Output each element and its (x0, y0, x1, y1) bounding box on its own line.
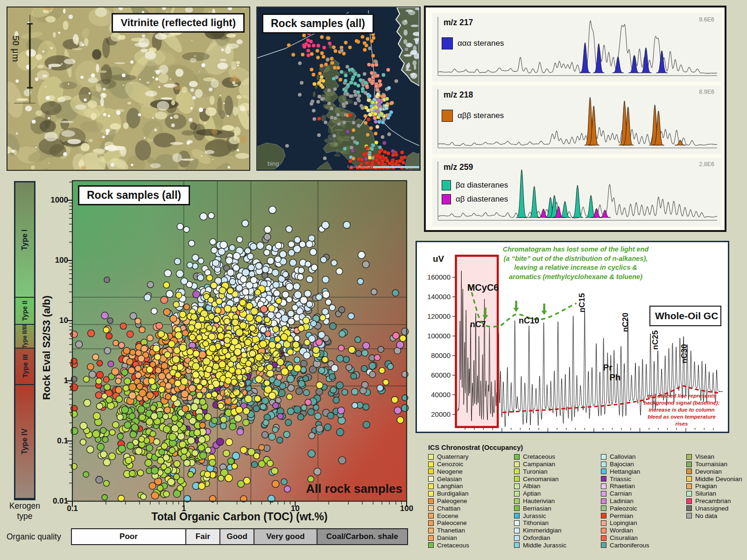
data-point (161, 464, 167, 470)
organic-quality-caption: Organic quality (7, 532, 61, 542)
data-point (189, 334, 196, 341)
map-sample-dot (363, 48, 366, 52)
map-sample-dot (377, 161, 381, 165)
data-point (343, 221, 350, 228)
data-point (277, 413, 283, 420)
legend-label: Albian (523, 483, 541, 490)
data-point (327, 413, 334, 419)
data-point (298, 267, 304, 273)
data-point (272, 480, 279, 487)
legend-item: Carboniferous (601, 542, 649, 549)
data-point (303, 352, 310, 359)
data-point (264, 317, 270, 322)
data-point (127, 358, 133, 365)
map-sample-dot (310, 52, 314, 56)
legend-item: Precambrian (686, 497, 742, 505)
data-point (129, 392, 136, 399)
map-sample-dot (316, 56, 320, 59)
map-sample-dot (377, 98, 381, 102)
data-point (286, 283, 293, 291)
data-point (83, 376, 89, 382)
kerogen-segment: Type II (15, 298, 34, 325)
map-sample-dot (337, 122, 341, 126)
aaa-steranes-label: ααα steranes (458, 39, 504, 48)
data-point (330, 387, 337, 393)
data-point (310, 249, 317, 256)
data-point (294, 364, 301, 372)
mz217-max-intensity: 9.6E6 (699, 16, 714, 23)
data-point (229, 279, 236, 285)
data-point (219, 287, 226, 294)
kerogen-segment: Type III (15, 349, 34, 385)
map-sample-dot (369, 126, 373, 130)
gc-green-note: Chromatogram has lost some of the light … (482, 245, 669, 281)
data-point (198, 436, 205, 443)
legend-label: Kimmeridgian (523, 527, 562, 534)
data-point (256, 316, 262, 322)
map-sample-dot (331, 61, 334, 65)
data-point (181, 448, 188, 455)
legend-swatch (514, 469, 520, 474)
vitrinite-title: Vitrinite (reflected light) (112, 13, 245, 33)
data-point (269, 342, 276, 349)
map-sample-dot (357, 84, 360, 87)
data-point (189, 385, 196, 392)
map-sample-dot (306, 38, 310, 42)
data-point (288, 310, 294, 317)
map-sample-dot (333, 66, 337, 70)
legend-item: Pragian (686, 483, 742, 490)
map-sample-dot (318, 71, 322, 75)
data-point (233, 265, 240, 271)
data-point (288, 318, 294, 325)
legend-label: Hettangian (610, 469, 640, 475)
data-point (330, 323, 337, 330)
data-point (308, 450, 315, 457)
data-point (151, 467, 158, 474)
data-point (189, 240, 195, 246)
data-point (209, 459, 216, 466)
gc-y-tick-label: 80000 (431, 351, 451, 359)
map-sample-dot (351, 136, 354, 140)
data-point (87, 446, 94, 453)
data-point (273, 351, 280, 358)
data-point (139, 389, 146, 397)
map-panel[interactable]: Rock samples (all) bing © 2024 Microsoft… (256, 7, 421, 171)
data-point (225, 474, 233, 482)
legend-item: Campanian (514, 461, 566, 468)
data-point (333, 397, 339, 403)
legend-item: Turonian (514, 468, 566, 476)
data-point (262, 266, 269, 273)
kerogen-segment-label: Type IV (21, 428, 29, 455)
legend-item: Cisuralian (601, 534, 649, 542)
aaa-steranes-swatch (442, 37, 453, 49)
map-sample-dot (365, 161, 368, 165)
data-point (130, 313, 137, 320)
map-sample-dot (365, 146, 369, 150)
data-point (374, 355, 381, 361)
data-point (181, 278, 187, 284)
data-point (170, 315, 177, 322)
data-point (83, 471, 89, 477)
data-point (183, 226, 190, 232)
data-point (292, 305, 298, 311)
map-sample-dot (379, 107, 382, 111)
legend-item: Middle Jurassic (514, 542, 566, 549)
map-sample-dot (366, 118, 370, 121)
data-point (356, 350, 362, 357)
map-sample-dot (344, 89, 348, 93)
legend-label: Tournaisian (695, 461, 727, 468)
data-point (220, 423, 227, 429)
data-point (261, 306, 268, 313)
data-point (253, 406, 260, 412)
legend-item: Cretaceous (514, 453, 566, 461)
legend-label: Visean (695, 454, 714, 460)
data-point (238, 481, 245, 488)
data-point (294, 291, 302, 299)
data-point (120, 323, 127, 329)
data-point (123, 347, 130, 354)
map-sample-dot (316, 49, 319, 53)
data-point (139, 436, 145, 442)
data-point (272, 269, 279, 276)
map-sample-dot (333, 116, 337, 120)
data-point (218, 248, 225, 255)
